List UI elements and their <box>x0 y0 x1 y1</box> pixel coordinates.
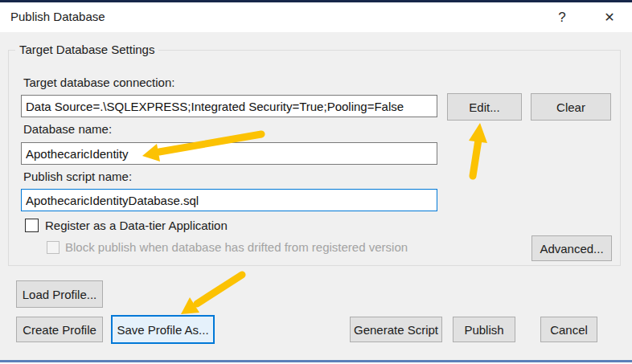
group-title: Target Database Settings <box>15 43 158 56</box>
help-icon[interactable]: ? <box>544 2 580 32</box>
titlebar[interactable]: Publish Database ? ✕ <box>0 2 632 32</box>
target-database-settings-group: Target Database Settings Target database… <box>8 50 621 266</box>
register-dac-checkbox[interactable] <box>25 219 39 232</box>
window-bottom-accent <box>0 360 632 362</box>
cancel-button[interactable]: Cancel <box>540 317 597 342</box>
publish-database-dialog: Publish Database ? ✕ Target Database Set… <box>0 0 632 364</box>
connection-label: Target database connection: <box>23 76 174 89</box>
dialog-title: Publish Database <box>10 10 105 23</box>
database-name-label: Database name: <box>23 122 112 136</box>
block-publish-label: Block publish when database has drifted … <box>65 240 408 254</box>
create-profile-button[interactable]: Create Profile <box>16 317 103 342</box>
publish-script-field[interactable] <box>21 189 437 211</box>
load-profile-button[interactable]: Load Profile... <box>16 280 103 308</box>
close-icon[interactable]: ✕ <box>592 2 627 32</box>
clear-button[interactable]: Clear <box>531 93 611 121</box>
block-publish-checkbox <box>47 241 60 254</box>
connection-field[interactable] <box>21 95 437 117</box>
dialog-body: Target Database Settings Target database… <box>0 32 632 360</box>
database-name-field[interactable] <box>21 142 437 165</box>
register-dac-label[interactable]: Register as a Data-tier Application <box>45 219 228 232</box>
save-profile-as-button[interactable]: Save Profile As... <box>111 315 215 344</box>
publish-button[interactable]: Publish <box>453 317 515 342</box>
generate-script-button[interactable]: Generate Script <box>350 317 442 342</box>
publish-script-label: Publish script name: <box>23 170 132 183</box>
edit-button[interactable]: Edit... <box>447 93 522 121</box>
advanced-button[interactable]: Advanced... <box>531 235 612 261</box>
